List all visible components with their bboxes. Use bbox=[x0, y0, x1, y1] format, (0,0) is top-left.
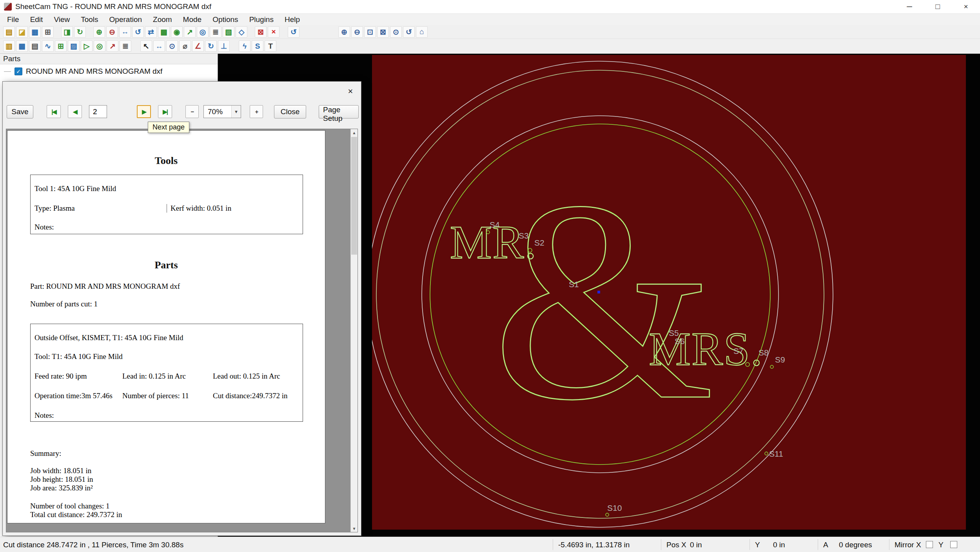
menu-item[interactable]: Tools bbox=[75, 14, 103, 25]
select-tool-icon[interactable]: ↖ bbox=[140, 40, 152, 52]
text-tool-icon[interactable]: T bbox=[265, 40, 276, 52]
menu-item[interactable]: View bbox=[48, 14, 75, 25]
job-height-line: Job height: 18.051 in bbox=[30, 475, 93, 484]
menu-item[interactable]: Plugins bbox=[244, 14, 279, 25]
mirror-x-checkbox[interactable] bbox=[926, 541, 933, 548]
menu-item[interactable]: Operation bbox=[104, 14, 147, 25]
menu-item[interactable]: File bbox=[2, 14, 25, 25]
pierce-label: S11 bbox=[769, 449, 783, 458]
cut-order-icon[interactable]: ≣ bbox=[210, 26, 221, 38]
remove-part-icon[interactable]: ⊖ bbox=[106, 26, 118, 38]
zoom-tool-icon[interactable]: ⊙ bbox=[166, 40, 178, 52]
layers-icon[interactable]: ▥ bbox=[3, 40, 15, 52]
move-part-icon[interactable]: ↔ bbox=[119, 26, 131, 38]
undo-icon[interactable]: ↺ bbox=[288, 26, 299, 38]
zoom-previous-icon[interactable]: ↺ bbox=[403, 26, 415, 38]
close-window-button[interactable]: × bbox=[952, 0, 980, 13]
zoom-extents-icon[interactable]: ⊠ bbox=[377, 26, 389, 38]
maximize-button[interactable]: □ bbox=[924, 0, 952, 13]
previous-page-button[interactable]: ◀ bbox=[68, 105, 82, 118]
angle-value: 0 degrees bbox=[839, 541, 872, 549]
next-page-button[interactable]: ▶ bbox=[137, 105, 151, 118]
run-post-icon[interactable]: ▷ bbox=[81, 40, 93, 52]
dialog-close-icon[interactable]: × bbox=[344, 86, 357, 97]
nest-parts-icon[interactable]: ▧ bbox=[223, 26, 234, 38]
zoom-out-button[interactable]: − bbox=[185, 105, 199, 118]
show-paths-icon[interactable]: ◎ bbox=[94, 40, 105, 52]
edit-part-icon[interactable]: ◇ bbox=[236, 26, 247, 38]
import-drawing-icon[interactable]: ◨ bbox=[61, 26, 73, 38]
page-setup-button[interactable]: Page Setup bbox=[319, 105, 359, 118]
show-numbers-icon[interactable]: ≣ bbox=[120, 40, 131, 52]
start-point-icon[interactable]: ◉ bbox=[171, 26, 183, 38]
zoom-out-icon[interactable]: ⊖ bbox=[351, 26, 363, 38]
scrollbar-thumb[interactable] bbox=[351, 137, 357, 255]
angle-tool-icon[interactable]: ∠ bbox=[192, 40, 204, 52]
abort-icon[interactable]: × bbox=[268, 26, 279, 38]
material-icon[interactable]: ▩ bbox=[16, 40, 28, 52]
reload-drawing-icon[interactable]: ↻ bbox=[74, 26, 86, 38]
page-number-input[interactable] bbox=[89, 105, 107, 118]
part-tree-item[interactable]: ✓ ROUND MR AND MRS MONOGRAM dxf bbox=[0, 64, 218, 78]
zoom-level-select[interactable]: 70% ▾ bbox=[203, 105, 241, 118]
last-page-button[interactable]: ▶| bbox=[158, 105, 172, 118]
status-bar: Cut distance 248.7472 in , 11 Pierces, T… bbox=[0, 537, 980, 552]
preview-scrollbar[interactable]: ▲ ▼ bbox=[350, 129, 358, 532]
offset-path-icon[interactable]: ◎ bbox=[197, 26, 209, 38]
snap-tool-icon[interactable]: ⊥ bbox=[218, 40, 230, 52]
save-job-icon[interactable]: ▦ bbox=[29, 26, 41, 38]
total-cut-line: Total cut distance: 249.7372 in bbox=[30, 510, 122, 519]
add-part-icon[interactable]: ⊕ bbox=[93, 26, 105, 38]
menu-item[interactable]: Mode bbox=[178, 14, 207, 25]
angle-label: A bbox=[823, 541, 828, 549]
operation-time-line: Operation time:3m 57.46s bbox=[34, 392, 113, 400]
open-job-icon[interactable]: ◪ bbox=[16, 26, 28, 38]
feed-rate-line: Feed rate: 90 ipm bbox=[34, 372, 87, 381]
rotate-part-icon[interactable]: ↺ bbox=[132, 26, 144, 38]
menu-item[interactable]: Edit bbox=[25, 14, 49, 25]
minimize-button[interactable]: ─ bbox=[895, 0, 924, 13]
save-button[interactable]: Save bbox=[7, 105, 33, 118]
scroll-down-icon[interactable]: ▼ bbox=[351, 525, 358, 532]
app-icon bbox=[4, 3, 12, 11]
menu-item[interactable]: Help bbox=[279, 14, 305, 25]
cut-direction-icon[interactable]: ↗ bbox=[184, 26, 196, 38]
simulate-icon[interactable]: ϟ bbox=[239, 40, 250, 52]
job-options-icon[interactable]: ▤ bbox=[29, 40, 41, 52]
first-page-button[interactable]: |◀ bbox=[47, 105, 61, 118]
pan-tool-icon[interactable]: ↔ bbox=[153, 40, 165, 52]
zoom-in-icon[interactable]: ⊕ bbox=[338, 26, 350, 38]
mirror-part-icon[interactable]: ⇄ bbox=[145, 26, 157, 38]
menu-item[interactable]: Options bbox=[207, 14, 243, 25]
menu-item[interactable]: Zoom bbox=[147, 14, 178, 25]
delete-contour-icon[interactable]: ⊠ bbox=[255, 26, 267, 38]
window-title: SheetCam TNG - ROUND MR AND MRS MONOGRAM… bbox=[15, 2, 211, 11]
pierce-label: S7 bbox=[733, 346, 744, 355]
operation-tool-line: Tool: T1: 45A 10G Fine Mild bbox=[34, 352, 123, 361]
array-part-icon[interactable]: ▩ bbox=[158, 26, 170, 38]
measure-tool-icon[interactable]: ⌀ bbox=[179, 40, 191, 52]
toolpath-view: & & MR. MR. MRS. MRS. S1 S2 S3 S4 S5 S6 … bbox=[372, 55, 966, 530]
mirror-y-checkbox[interactable] bbox=[950, 541, 957, 548]
show-rapids-icon[interactable]: ↗ bbox=[107, 40, 118, 52]
lead-in-line: Lead in: 0.125 in Arc bbox=[122, 372, 186, 381]
zoom-part-icon[interactable]: ⊙ bbox=[390, 26, 402, 38]
summary-label: Summary: bbox=[30, 449, 61, 458]
post-processor-icon[interactable]: ▨ bbox=[68, 40, 80, 52]
operation-title-line: Outside Offset, KISMET, T1: 45A 10G Fine… bbox=[34, 333, 183, 342]
pan-view-icon[interactable]: ⌂ bbox=[416, 26, 428, 38]
scroll-up-icon[interactable]: ▲ bbox=[351, 129, 358, 136]
part-visibility-checkbox[interactable]: ✓ bbox=[15, 67, 22, 75]
new-job-icon[interactable]: ▤ bbox=[3, 26, 15, 38]
spot-tool-icon[interactable]: S bbox=[252, 40, 263, 52]
zoom-window-icon[interactable]: ⊡ bbox=[364, 26, 376, 38]
tools-heading: Tools bbox=[7, 155, 325, 167]
part-line: Part: ROUND MR AND MRS MONOGRAM dxf bbox=[30, 282, 180, 291]
close-preview-button[interactable]: Close bbox=[274, 105, 306, 118]
contour-rules-icon[interactable]: ∿ bbox=[42, 40, 54, 52]
cut-distance-line: Cut distance:249.7372 in bbox=[213, 392, 288, 400]
zoom-in-button[interactable]: + bbox=[250, 105, 263, 118]
tool-table-icon[interactable]: ⊞ bbox=[55, 40, 67, 52]
print-icon[interactable]: ⊞ bbox=[42, 26, 54, 38]
rotate-tool-icon[interactable]: ↻ bbox=[205, 40, 217, 52]
